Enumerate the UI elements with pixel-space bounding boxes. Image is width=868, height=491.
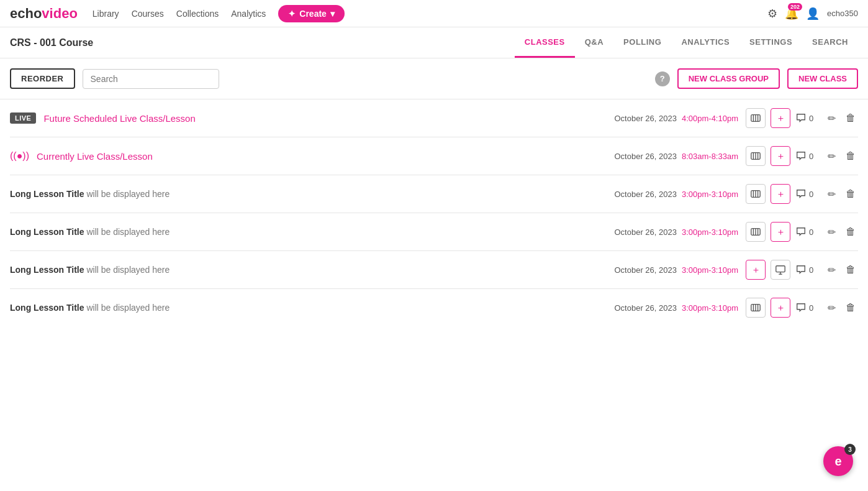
- add-button[interactable]: ＋: [771, 146, 790, 166]
- edit-button[interactable]: ✏: [825, 110, 838, 127]
- tab-classes[interactable]: CLASSES: [515, 27, 575, 58]
- delete-button[interactable]: 🗑: [843, 224, 858, 240]
- class-meta: October 26, 2023 3:00pm-3:10pm: [614, 227, 738, 237]
- new-class-button[interactable]: NEW CLASS: [787, 68, 858, 89]
- class-time: 4:00pm-4:10pm: [682, 114, 738, 123]
- live-badge: LIVE: [10, 112, 36, 124]
- tab-search[interactable]: SEARCH: [802, 27, 858, 58]
- settings-icon[interactable]: ⚙: [767, 7, 777, 21]
- class-row: ((●)) Currently Live Class/Lesson Octobe…: [10, 137, 858, 175]
- new-class-group-button[interactable]: NEW CLASS GROUP: [677, 68, 780, 89]
- course-header: CRS - 001 Course CLASSES Q&A POLLING ANA…: [0, 27, 868, 58]
- class-date: October 26, 2023: [614, 152, 676, 161]
- comment-count: 0: [795, 188, 820, 200]
- delete-button[interactable]: 🗑: [843, 110, 858, 126]
- class-time: 3:00pm-3:10pm: [682, 303, 738, 313]
- class-date: October 26, 2023: [614, 303, 676, 313]
- class-actions: ＋ 0 ✏ 🗑: [746, 108, 858, 128]
- logo-video: video: [42, 6, 77, 22]
- tab-settings[interactable]: SETTINGS: [739, 27, 802, 58]
- class-meta: October 26, 2023 3:00pm-3:10pm: [614, 190, 738, 199]
- comment-count: 0: [795, 264, 820, 275]
- edit-button[interactable]: ✏: [825, 300, 838, 316]
- class-date: October 26, 2023: [614, 265, 676, 275]
- edit-button[interactable]: ✏: [825, 262, 838, 278]
- class-time: 3:00pm-3:10pm: [682, 190, 738, 199]
- svg-rect-16: [776, 266, 785, 272]
- class-title[interactable]: Long Lesson Title will be displayed here: [10, 227, 170, 237]
- nav-analytics[interactable]: Analytics: [231, 9, 266, 19]
- user-icon[interactable]: 👤: [806, 7, 820, 21]
- class-time: 8:03am-8:33am: [682, 152, 738, 161]
- add-button[interactable]: ＋: [771, 222, 790, 242]
- capture-icon-button[interactable]: [746, 184, 766, 204]
- class-row: Long Lesson Title will be displayed here…: [10, 175, 858, 213]
- tab-navigation: CLASSES Q&A POLLING ANALYTICS SETTINGS S…: [515, 27, 858, 58]
- class-date: October 26, 2023: [614, 190, 676, 199]
- logo[interactable]: echovideo: [10, 6, 78, 22]
- comment-count: 0: [795, 226, 820, 237]
- class-title[interactable]: Future Scheduled Live Class/Lesson: [43, 113, 195, 124]
- username[interactable]: echo350: [827, 9, 858, 18]
- class-row: Long Lesson Title will be displayed here…: [10, 289, 858, 326]
- edit-button[interactable]: ✏: [825, 186, 838, 203]
- add-button[interactable]: ＋: [771, 108, 790, 128]
- comment-count: 0: [795, 112, 820, 124]
- class-meta: October 26, 2023 4:00pm-4:10pm: [614, 114, 738, 123]
- logo-echo: echo: [10, 6, 42, 22]
- add-button[interactable]: ＋: [746, 260, 766, 280]
- notification-badge: 202: [788, 3, 802, 11]
- class-actions: ＋ 0 ✏ 🗑: [746, 184, 858, 204]
- add-button[interactable]: ＋: [771, 184, 790, 204]
- capture-icon-button[interactable]: [746, 222, 766, 242]
- class-actions: ＋ 0 ✏ 🗑: [746, 222, 858, 242]
- edit-button[interactable]: ✏: [825, 224, 838, 241]
- nav-links: Library Courses Collections Analytics ✦ …: [93, 5, 767, 22]
- class-title[interactable]: Long Lesson Title will be displayed here: [10, 189, 170, 199]
- class-row: LIVE Future Scheduled Live Class/Lesson …: [10, 99, 858, 137]
- course-title: CRS - 001 Course: [10, 37, 93, 48]
- nav-library[interactable]: Library: [93, 9, 119, 19]
- toolbar: REORDER ? NEW CLASS GROUP NEW CLASS: [0, 58, 868, 99]
- class-date: October 26, 2023: [614, 114, 676, 123]
- add-button[interactable]: ＋: [771, 298, 790, 318]
- delete-button[interactable]: 🗑: [843, 262, 858, 278]
- create-button[interactable]: ✦ Create ▾: [278, 5, 345, 22]
- class-title[interactable]: Long Lesson Title will be displayed here: [10, 303, 170, 313]
- reorder-button[interactable]: REORDER: [10, 68, 75, 89]
- capture-icon-button[interactable]: [746, 146, 766, 166]
- nav-right: ⚙ 🔔 202 👤 echo350: [767, 7, 858, 21]
- class-list: LIVE Future Scheduled Live Class/Lesson …: [0, 99, 868, 326]
- comment-count: 0: [795, 150, 820, 162]
- capture-icon-button[interactable]: [746, 298, 766, 318]
- delete-button[interactable]: 🗑: [843, 148, 858, 164]
- class-time: 3:00pm-3:10pm: [682, 265, 738, 275]
- delete-button[interactable]: 🗑: [843, 300, 858, 316]
- tab-analytics[interactable]: ANALYTICS: [671, 27, 739, 58]
- comment-count: 0: [795, 302, 820, 313]
- class-meta: October 26, 2023 8:03am-8:33am: [614, 152, 738, 161]
- tab-qa[interactable]: Q&A: [575, 27, 613, 58]
- class-row: Long Lesson Title will be displayed here…: [10, 213, 858, 251]
- top-navigation: echovideo Library Courses Collections An…: [0, 0, 868, 27]
- class-meta: October 26, 2023 3:00pm-3:10pm: [614, 265, 738, 275]
- class-actions: ＋ 0 ✏ 🗑: [746, 298, 858, 318]
- class-row: Long Lesson Title will be displayed here…: [10, 251, 858, 289]
- class-actions: ＋ 0 ✏ 🗑: [746, 260, 858, 280]
- class-title[interactable]: Currently Live Class/Lesson: [37, 151, 153, 162]
- search-wrap: [83, 69, 219, 89]
- delete-button[interactable]: 🗑: [843, 186, 858, 202]
- nav-courses[interactable]: Courses: [132, 9, 164, 19]
- class-actions: ＋ 0 ✏ 🗑: [746, 146, 858, 166]
- currently-live-icon: ((●)): [10, 150, 29, 162]
- search-input[interactable]: [83, 69, 219, 89]
- screen-icon-button[interactable]: [771, 260, 790, 280]
- capture-icon-button[interactable]: [746, 108, 766, 128]
- notifications-icon[interactable]: 🔔 202: [785, 7, 798, 21]
- tab-polling[interactable]: POLLING: [613, 27, 671, 58]
- class-time: 3:00pm-3:10pm: [682, 227, 738, 237]
- help-icon[interactable]: ?: [655, 71, 670, 86]
- class-title[interactable]: Long Lesson Title will be displayed here: [10, 265, 170, 275]
- edit-button[interactable]: ✏: [825, 148, 838, 165]
- nav-collections[interactable]: Collections: [176, 9, 219, 19]
